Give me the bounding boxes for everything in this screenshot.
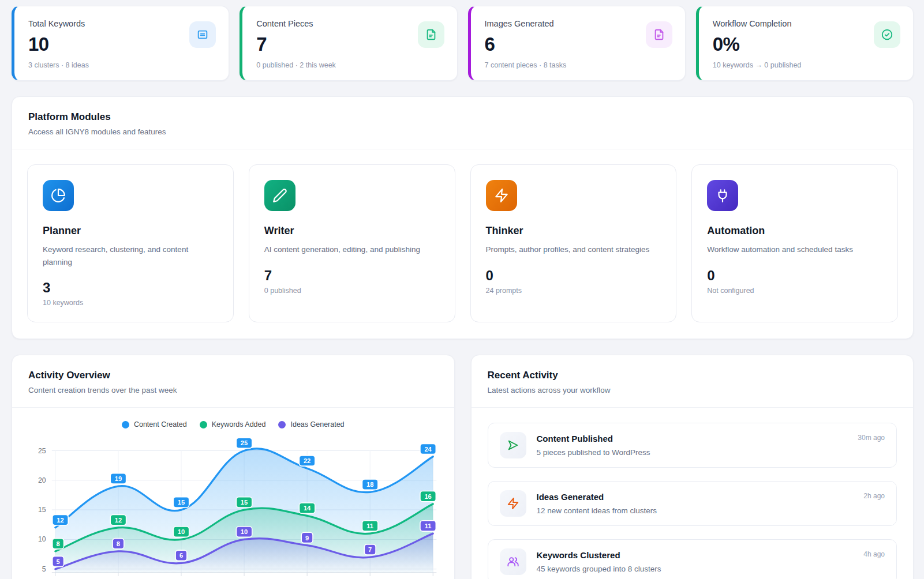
pie-chart-icon	[43, 180, 74, 211]
activity-overview-panel: Activity Overview Content creation trend…	[12, 355, 455, 579]
stat-value: 10	[28, 33, 215, 55]
legend-item-content-created[interactable]: Content Created	[122, 420, 187, 428]
platform-modules-panel: Platform Modules Access all IGNY8 module…	[12, 96, 914, 339]
module-card-thinker[interactable]: Thinker Prompts, author profiles, and co…	[470, 164, 677, 322]
svg-text:20: 20	[38, 476, 46, 484]
activity-time: 4h ago	[863, 550, 885, 558]
activity-list: Content Published 30m ago 5 pieces publi…	[472, 408, 914, 579]
svg-text:25: 25	[241, 439, 248, 446]
activity-time: 2h ago	[863, 492, 885, 500]
activity-time: 30m ago	[858, 434, 885, 442]
svg-text:5: 5	[42, 565, 46, 573]
activity-item-ideas-generated: Ideas Generated 2h ago 12 new content id…	[488, 481, 897, 526]
activity-item-content-published: Content Published 30m ago 5 pieces publi…	[488, 423, 897, 468]
module-stat-value: 7	[264, 268, 440, 284]
activity-title: Keywords Clustered	[537, 550, 620, 560]
check-circle-icon	[874, 21, 900, 48]
stat-card-images-generated: Images Generated 6 7 content pieces · 8 …	[468, 6, 686, 81]
svg-text:11: 11	[425, 522, 432, 529]
module-card-automation[interactable]: Automation Workflow automation and sched…	[691, 164, 898, 322]
panel-subtitle: Latest actions across your workflow	[488, 386, 897, 394]
module-description: Workflow automation and scheduled tasks	[707, 243, 882, 256]
activity-item-keywords-clustered: Keywords Clustered 4h ago 45 keywords gr…	[488, 539, 897, 579]
module-description: AI content generation, editing, and publ…	[264, 243, 440, 256]
legend-dot-icon	[122, 421, 129, 428]
activity-title: Content Published	[537, 434, 613, 443]
module-name: Planner	[43, 225, 218, 237]
stat-title: Content Pieces	[256, 19, 443, 28]
legend-item-ideas-generated[interactable]: Ideas Generated	[278, 420, 344, 428]
stat-card-total-keywords: Total Keywords 10 3 clusters · 8 ideas	[12, 6, 229, 81]
keywords-note-icon	[189, 21, 216, 48]
module-description: Keyword research, clustering, and conten…	[43, 243, 218, 268]
stat-card-workflow-completion: Workflow Completion 0% 10 keywords → 0 p…	[696, 6, 914, 81]
svg-text:8: 8	[117, 540, 120, 547]
module-name: Thinker	[486, 225, 661, 237]
stat-title: Workflow Completion	[713, 19, 899, 28]
svg-text:25: 25	[38, 447, 46, 455]
activity-title: Ideas Generated	[537, 492, 604, 502]
svg-text:15: 15	[241, 499, 248, 506]
svg-text:15: 15	[178, 499, 185, 506]
module-stat-label: Not configured	[707, 287, 882, 295]
dashboard: Total Keywords 10 3 clusters · 8 ideas C…	[0, 0, 924, 579]
svg-text:19: 19	[115, 475, 122, 482]
svg-text:9: 9	[305, 535, 309, 542]
svg-text:12: 12	[115, 517, 122, 524]
zap-icon	[486, 180, 517, 211]
svg-text:10: 10	[178, 528, 185, 535]
zap-icon	[500, 490, 526, 517]
modules-row: Planner Keyword research, clustering, an…	[12, 149, 913, 339]
panel-title: Recent Activity	[488, 370, 897, 381]
svg-text:14: 14	[304, 505, 311, 512]
svg-text:18: 18	[366, 481, 373, 488]
svg-text:24: 24	[424, 446, 432, 453]
bottom-row: Activity Overview Content creation trend…	[12, 339, 914, 579]
svg-text:5: 5	[57, 558, 60, 565]
panel-title: Activity Overview	[28, 370, 438, 381]
module-card-planner[interactable]: Planner Keyword research, clustering, an…	[27, 164, 234, 322]
platform-modules-header: Platform Modules Access all IGNY8 module…	[12, 97, 913, 149]
svg-text:8: 8	[57, 540, 60, 547]
svg-text:22: 22	[304, 457, 311, 464]
chart-legend: Content Created Keywords Added Ideas Gen…	[25, 420, 442, 428]
stat-title: Total Keywords	[28, 19, 215, 28]
stat-subtitle: 0 published · 2 this week	[256, 61, 443, 69]
module-description: Prompts, author profiles, and content st…	[486, 243, 661, 256]
activity-description: 5 pieces published to WordPress	[537, 448, 885, 457]
module-stat-label: 0 published	[264, 287, 440, 295]
module-stat-label: 10 keywords	[43, 299, 218, 307]
svg-text:12: 12	[57, 517, 63, 524]
file-text-icon	[418, 21, 444, 48]
stat-subtitle: 7 content pieces · 8 tasks	[485, 61, 671, 69]
legend-dot-icon	[200, 421, 207, 428]
stat-card-content-pieces: Content Pieces 7 0 published · 2 this we…	[240, 6, 457, 81]
legend-item-keywords-added[interactable]: Keywords Added	[200, 420, 266, 428]
legend-label: Content Created	[134, 420, 187, 428]
panel-title: Platform Modules	[28, 111, 897, 123]
legend-dot-icon	[278, 421, 286, 428]
svg-text:16: 16	[424, 493, 431, 500]
activity-chart-area: Content Created Keywords Added Ideas Gen…	[12, 408, 454, 579]
panel-subtitle: Content creation trends over the past we…	[28, 386, 438, 394]
activity-description: 12 new content ideas from clusters	[537, 506, 885, 515]
stat-value: 7	[256, 33, 443, 55]
module-card-writer[interactable]: Writer AI content generation, editing, a…	[249, 164, 455, 322]
svg-text:15: 15	[38, 506, 46, 514]
panel-subtitle: Access all IGNY8 modules and features	[28, 127, 897, 136]
activity-line-chart: 510152025MonTueWedThuFriSatSun1219152522…	[25, 434, 442, 579]
activity-overview-header: Activity Overview Content creation trend…	[12, 355, 454, 408]
recent-activity-header: Recent Activity Latest actions across yo…	[472, 355, 914, 408]
svg-text:10: 10	[241, 528, 248, 535]
stat-value: 6	[485, 33, 671, 55]
svg-text:7: 7	[368, 546, 372, 553]
plug-icon	[707, 180, 738, 211]
module-stat-value: 0	[486, 268, 661, 284]
recent-activity-panel: Recent Activity Latest actions across yo…	[471, 355, 914, 579]
module-stat-value: 0	[707, 268, 882, 284]
legend-label: Ideas Generated	[290, 420, 344, 428]
stats-row: Total Keywords 10 3 clusters · 8 ideas C…	[12, 6, 914, 81]
send-icon	[500, 432, 526, 458]
legend-label: Keywords Added	[212, 420, 266, 428]
module-stat-value: 3	[43, 280, 218, 296]
